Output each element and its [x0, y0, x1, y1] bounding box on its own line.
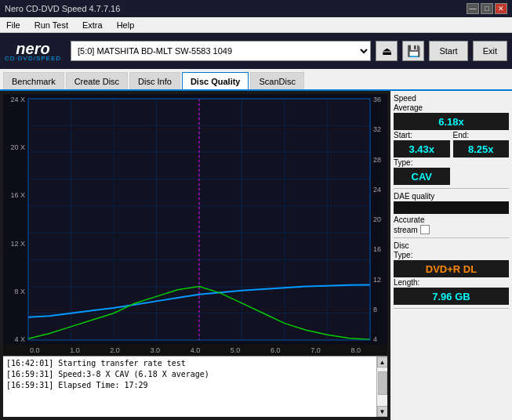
logo: nero CD·DVD/SPEED	[5, 41, 61, 62]
start-label: Start:	[394, 131, 450, 139]
speed-type-col: Type: CAV	[394, 158, 450, 185]
divider-2	[394, 237, 509, 238]
divider-3	[394, 308, 509, 309]
divider-1	[394, 188, 509, 189]
speed-label: Speed	[394, 94, 509, 103]
close-button[interactable]: ✕	[495, 3, 507, 14]
end-value: 8.25x	[453, 140, 510, 158]
dae-label: DAE quality	[394, 192, 509, 201]
accurate-row: Accurate	[394, 215, 509, 224]
start-value: 3.43x	[394, 140, 450, 158]
average-label: Average	[394, 103, 509, 112]
main-content: 24 X 20 X 16 X 12 X 8 X 4 X 36 32 28 24 …	[0, 91, 512, 420]
x-axis: 0.0 1.0 2.0 3.0 4.0 5.0 6.0 7.0 8.0	[3, 345, 387, 356]
length-label: Length:	[394, 278, 509, 287]
log-content: [16:42:01] Starting transfer rate test […	[3, 357, 387, 393]
tab-create-disc[interactable]: Create Disc	[66, 72, 128, 89]
right-panel: Speed Average 6.18x Start: 3.43x End: 8.…	[390, 91, 512, 420]
tab-bar: Benchmark Create Disc Disc Info Disc Qua…	[0, 69, 512, 91]
accurate-checkbox[interactable]	[420, 225, 430, 234]
dae-value	[394, 201, 509, 214]
log-scrollbar[interactable]: ▲ ▼	[376, 357, 387, 417]
scroll-up-button[interactable]: ▲	[377, 357, 388, 368]
disc-type-value: DVD+R DL	[394, 260, 509, 277]
log-area: [16:42:01] Starting transfer rate test […	[3, 356, 387, 417]
menu-extra[interactable]: Extra	[79, 20, 106, 31]
tab-disc-quality[interactable]: Disc Quality	[182, 72, 249, 89]
tab-disc-info[interactable]: Disc Info	[129, 72, 180, 89]
end-label: End:	[453, 131, 510, 139]
speed-start-end-row: Start: 3.43x End: 8.25x	[394, 131, 509, 158]
dae-section: DAE quality	[394, 192, 509, 214]
logo-nero: nero	[16, 41, 49, 56]
disc-type-label: Type:	[394, 251, 509, 259]
chart-canvas	[3, 94, 387, 345]
app-title: Nero CD-DVD Speed 4.7.7.16	[5, 4, 120, 13]
logo-subtitle: CD·DVD/SPEED	[5, 55, 61, 62]
log-line-0: [16:42:01] Starting transfer rate test	[6, 358, 384, 369]
accurate-sublabel: stream	[394, 226, 418, 234]
type-value: CAV	[394, 168, 450, 185]
speed-start-col: Start: 3.43x	[394, 131, 450, 158]
length-value: 7.96 GB	[394, 288, 509, 305]
window-controls[interactable]: — □ ✕	[467, 3, 507, 14]
menu-file[interactable]: File	[3, 20, 24, 31]
speed-type-row: Type: CAV	[394, 158, 509, 185]
speed-empty-col	[453, 158, 510, 185]
menu-help[interactable]: Help	[114, 20, 138, 31]
accurate-stream-row: stream	[394, 225, 509, 234]
drive-select[interactable]: [5:0] MATSHITA BD-MLT SW-5583 1049	[71, 41, 371, 61]
eject-button[interactable]: ⏏	[376, 41, 398, 61]
maximize-button[interactable]: □	[481, 3, 493, 14]
speed-section: Speed Average 6.18x Start: 3.43x End: 8.…	[394, 94, 509, 185]
save-button[interactable]: 💾	[402, 41, 424, 61]
scroll-thumb[interactable]	[378, 371, 387, 395]
type-label: Type:	[394, 158, 450, 167]
menubar: File Run Test Extra Help	[0, 17, 512, 33]
accurate-section: Accurate stream	[394, 215, 509, 234]
minimize-button[interactable]: —	[467, 3, 479, 14]
tab-scan-disc[interactable]: ScanDisc	[250, 72, 303, 89]
log-line-1: [16:59:31] Speed:3-8 X CAV (6.18 X avera…	[6, 369, 384, 380]
start-button[interactable]: Start	[429, 41, 467, 61]
tab-benchmark[interactable]: Benchmark	[3, 72, 64, 89]
log-line-2: [16:59:31] Elapsed Time: 17:29	[6, 380, 384, 391]
speed-end-col: End: 8.25x	[453, 131, 510, 158]
menu-run-test[interactable]: Run Test	[31, 20, 71, 31]
chart-container: 24 X 20 X 16 X 12 X 8 X 4 X 36 32 28 24 …	[3, 94, 387, 345]
titlebar: Nero CD-DVD Speed 4.7.7.16 — □ ✕	[0, 0, 512, 17]
accurate-label: Accurate	[394, 215, 424, 224]
exit-button[interactable]: Exit	[473, 41, 507, 61]
toolbar: nero CD·DVD/SPEED [5:0] MATSHITA BD-MLT …	[0, 33, 512, 69]
scroll-down-button[interactable]: ▼	[377, 406, 388, 417]
average-value: 6.18x	[394, 113, 509, 130]
disc-label: Disc	[394, 241, 509, 250]
scroll-track[interactable]	[377, 368, 388, 406]
disc-section: Disc Type: DVD+R DL Length: 7.96 GB	[394, 241, 509, 305]
chart-area: 24 X 20 X 16 X 12 X 8 X 4 X 36 32 28 24 …	[0, 91, 390, 420]
